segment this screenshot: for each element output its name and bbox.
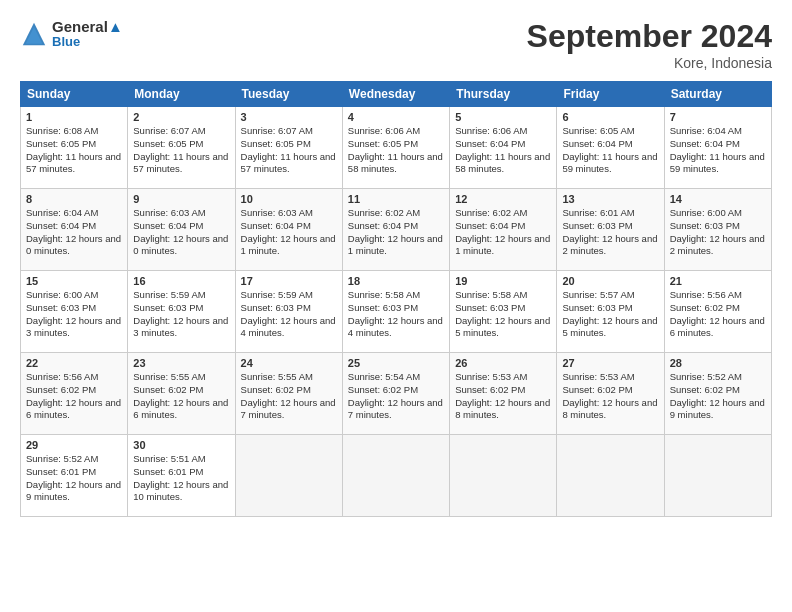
logo-text: General▲ Blue <box>52 18 123 50</box>
day-info: Sunrise: 6:01 AMSunset: 6:03 PMDaylight:… <box>562 207 658 258</box>
day-number: 10 <box>241 193 337 205</box>
day-number: 1 <box>26 111 122 123</box>
calendar-week-5: 29Sunrise: 5:52 AMSunset: 6:01 PMDayligh… <box>21 435 772 517</box>
day-info: Sunrise: 6:04 AMSunset: 6:04 PMDaylight:… <box>26 207 122 258</box>
calendar-cell: 1Sunrise: 6:08 AMSunset: 6:05 PMDaylight… <box>21 107 128 189</box>
day-info: Sunrise: 6:02 AMSunset: 6:04 PMDaylight:… <box>455 207 551 258</box>
col-header-wednesday: Wednesday <box>342 82 449 107</box>
day-number: 22 <box>26 357 122 369</box>
day-info: Sunrise: 5:58 AMSunset: 6:03 PMDaylight:… <box>348 289 444 340</box>
calendar-cell: 20Sunrise: 5:57 AMSunset: 6:03 PMDayligh… <box>557 271 664 353</box>
col-header-monday: Monday <box>128 82 235 107</box>
calendar-cell: 19Sunrise: 5:58 AMSunset: 6:03 PMDayligh… <box>450 271 557 353</box>
col-header-thursday: Thursday <box>450 82 557 107</box>
calendar-cell: 27Sunrise: 5:53 AMSunset: 6:02 PMDayligh… <box>557 353 664 435</box>
day-info: Sunrise: 5:57 AMSunset: 6:03 PMDaylight:… <box>562 289 658 340</box>
calendar-week-2: 8Sunrise: 6:04 AMSunset: 6:04 PMDaylight… <box>21 189 772 271</box>
calendar-cell: 8Sunrise: 6:04 AMSunset: 6:04 PMDaylight… <box>21 189 128 271</box>
day-info: Sunrise: 5:52 AMSunset: 6:02 PMDaylight:… <box>670 371 766 422</box>
day-info: Sunrise: 5:59 AMSunset: 6:03 PMDaylight:… <box>133 289 229 340</box>
day-number: 23 <box>133 357 229 369</box>
day-number: 24 <box>241 357 337 369</box>
day-number: 12 <box>455 193 551 205</box>
col-header-saturday: Saturday <box>664 82 771 107</box>
calendar-cell: 10Sunrise: 6:03 AMSunset: 6:04 PMDayligh… <box>235 189 342 271</box>
calendar-cell <box>664 435 771 517</box>
calendar-week-3: 15Sunrise: 6:00 AMSunset: 6:03 PMDayligh… <box>21 271 772 353</box>
calendar-cell: 25Sunrise: 5:54 AMSunset: 6:02 PMDayligh… <box>342 353 449 435</box>
page: General▲ Blue September 2024 Kore, Indon… <box>0 0 792 527</box>
calendar-table: SundayMondayTuesdayWednesdayThursdayFrid… <box>20 81 772 517</box>
day-info: Sunrise: 5:55 AMSunset: 6:02 PMDaylight:… <box>241 371 337 422</box>
day-info: Sunrise: 5:55 AMSunset: 6:02 PMDaylight:… <box>133 371 229 422</box>
day-number: 16 <box>133 275 229 287</box>
day-info: Sunrise: 6:07 AMSunset: 6:05 PMDaylight:… <box>133 125 229 176</box>
day-info: Sunrise: 6:03 AMSunset: 6:04 PMDaylight:… <box>133 207 229 258</box>
day-info: Sunrise: 6:07 AMSunset: 6:05 PMDaylight:… <box>241 125 337 176</box>
day-number: 8 <box>26 193 122 205</box>
calendar-cell: 23Sunrise: 5:55 AMSunset: 6:02 PMDayligh… <box>128 353 235 435</box>
day-number: 4 <box>348 111 444 123</box>
calendar-cell: 28Sunrise: 5:52 AMSunset: 6:02 PMDayligh… <box>664 353 771 435</box>
day-number: 25 <box>348 357 444 369</box>
calendar-week-1: 1Sunrise: 6:08 AMSunset: 6:05 PMDaylight… <box>21 107 772 189</box>
day-info: Sunrise: 6:05 AMSunset: 6:04 PMDaylight:… <box>562 125 658 176</box>
day-number: 21 <box>670 275 766 287</box>
calendar-cell: 15Sunrise: 6:00 AMSunset: 6:03 PMDayligh… <box>21 271 128 353</box>
calendar-cell: 21Sunrise: 5:56 AMSunset: 6:02 PMDayligh… <box>664 271 771 353</box>
day-info: Sunrise: 5:59 AMSunset: 6:03 PMDaylight:… <box>241 289 337 340</box>
calendar-cell <box>450 435 557 517</box>
day-number: 7 <box>670 111 766 123</box>
calendar-cell: 4Sunrise: 6:06 AMSunset: 6:05 PMDaylight… <box>342 107 449 189</box>
day-number: 19 <box>455 275 551 287</box>
day-info: Sunrise: 5:56 AMSunset: 6:02 PMDaylight:… <box>26 371 122 422</box>
calendar-week-4: 22Sunrise: 5:56 AMSunset: 6:02 PMDayligh… <box>21 353 772 435</box>
calendar-cell <box>342 435 449 517</box>
calendar-cell: 3Sunrise: 6:07 AMSunset: 6:05 PMDaylight… <box>235 107 342 189</box>
day-number: 2 <box>133 111 229 123</box>
calendar-cell: 26Sunrise: 5:53 AMSunset: 6:02 PMDayligh… <box>450 353 557 435</box>
day-number: 13 <box>562 193 658 205</box>
day-info: Sunrise: 6:00 AMSunset: 6:03 PMDaylight:… <box>670 207 766 258</box>
calendar-cell <box>557 435 664 517</box>
col-header-friday: Friday <box>557 82 664 107</box>
logo-icon <box>20 20 48 48</box>
day-info: Sunrise: 6:03 AMSunset: 6:04 PMDaylight:… <box>241 207 337 258</box>
col-header-sunday: Sunday <box>21 82 128 107</box>
day-number: 9 <box>133 193 229 205</box>
logo: General▲ Blue <box>20 18 123 50</box>
header: General▲ Blue September 2024 Kore, Indon… <box>20 18 772 71</box>
calendar-cell: 6Sunrise: 6:05 AMSunset: 6:04 PMDaylight… <box>557 107 664 189</box>
month-title: September 2024 <box>527 18 772 55</box>
day-number: 5 <box>455 111 551 123</box>
day-number: 20 <box>562 275 658 287</box>
calendar-cell: 16Sunrise: 5:59 AMSunset: 6:03 PMDayligh… <box>128 271 235 353</box>
title-block: September 2024 Kore, Indonesia <box>527 18 772 71</box>
day-info: Sunrise: 6:06 AMSunset: 6:05 PMDaylight:… <box>348 125 444 176</box>
day-number: 18 <box>348 275 444 287</box>
day-info: Sunrise: 6:00 AMSunset: 6:03 PMDaylight:… <box>26 289 122 340</box>
day-info: Sunrise: 6:04 AMSunset: 6:04 PMDaylight:… <box>670 125 766 176</box>
day-number: 17 <box>241 275 337 287</box>
day-info: Sunrise: 6:08 AMSunset: 6:05 PMDaylight:… <box>26 125 122 176</box>
day-info: Sunrise: 5:56 AMSunset: 6:02 PMDaylight:… <box>670 289 766 340</box>
day-number: 26 <box>455 357 551 369</box>
day-number: 15 <box>26 275 122 287</box>
calendar-cell: 11Sunrise: 6:02 AMSunset: 6:04 PMDayligh… <box>342 189 449 271</box>
day-info: Sunrise: 5:58 AMSunset: 6:03 PMDaylight:… <box>455 289 551 340</box>
calendar-cell: 9Sunrise: 6:03 AMSunset: 6:04 PMDaylight… <box>128 189 235 271</box>
day-number: 28 <box>670 357 766 369</box>
calendar-cell: 29Sunrise: 5:52 AMSunset: 6:01 PMDayligh… <box>21 435 128 517</box>
col-header-tuesday: Tuesday <box>235 82 342 107</box>
day-info: Sunrise: 5:51 AMSunset: 6:01 PMDaylight:… <box>133 453 229 504</box>
day-number: 14 <box>670 193 766 205</box>
calendar-cell: 12Sunrise: 6:02 AMSunset: 6:04 PMDayligh… <box>450 189 557 271</box>
day-info: Sunrise: 5:53 AMSunset: 6:02 PMDaylight:… <box>562 371 658 422</box>
calendar-cell: 14Sunrise: 6:00 AMSunset: 6:03 PMDayligh… <box>664 189 771 271</box>
calendar-cell: 18Sunrise: 5:58 AMSunset: 6:03 PMDayligh… <box>342 271 449 353</box>
calendar-cell: 2Sunrise: 6:07 AMSunset: 6:05 PMDaylight… <box>128 107 235 189</box>
location: Kore, Indonesia <box>527 55 772 71</box>
calendar-cell: 17Sunrise: 5:59 AMSunset: 6:03 PMDayligh… <box>235 271 342 353</box>
day-number: 3 <box>241 111 337 123</box>
day-number: 29 <box>26 439 122 451</box>
